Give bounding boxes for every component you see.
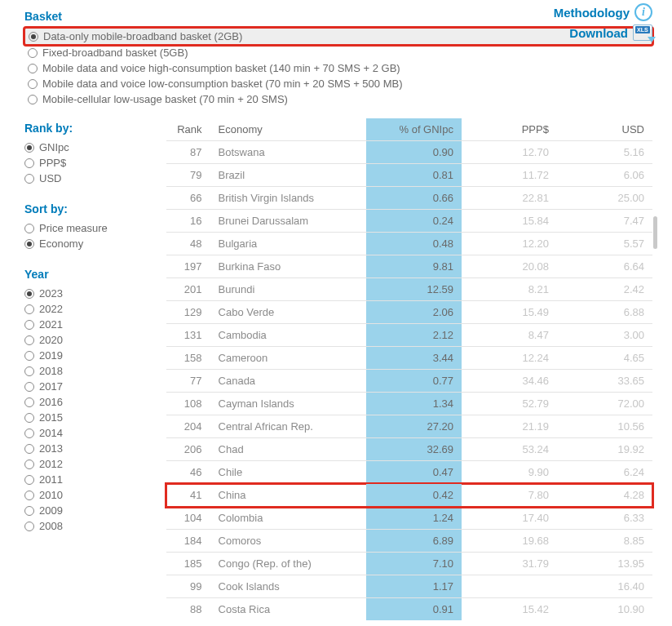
cell-usd: 6.64 (557, 255, 652, 278)
table-row[interactable]: 87Botswana0.9012.705.16 (166, 141, 652, 164)
year-option[interactable]: 2019 (24, 348, 147, 363)
year-option[interactable]: 2023 (24, 286, 147, 301)
table-row[interactable]: 206Chad32.6953.2419.92 (166, 438, 652, 461)
rank-by-label: USD (39, 172, 61, 184)
col-rank[interactable]: Rank (166, 118, 210, 141)
download-link[interactable]: Download XLS (569, 24, 652, 41)
table-row[interactable]: 158Cameroon3.4412.244.65 (166, 347, 652, 370)
table-row[interactable]: 77Canada0.7734.4633.65 (166, 370, 652, 393)
table-row[interactable]: 197Burkina Faso9.8120.086.64 (166, 255, 652, 278)
basket-option[interactable]: Mobile data and voice high-consumption b… (24, 60, 652, 76)
year-option[interactable]: 2011 (24, 472, 147, 487)
info-icon: i (634, 3, 652, 21)
cell-economy: Congo (Rep. of the) (210, 553, 366, 575)
cell-gni: 2.12 (366, 324, 462, 347)
year-option[interactable]: 2017 (24, 379, 147, 394)
cell-ppp: 22.81 (462, 187, 557, 210)
sort-by-option[interactable]: Economy (24, 236, 147, 251)
year-option[interactable]: 2021 (24, 317, 147, 332)
year-option[interactable]: 2010 (24, 487, 147, 503)
year-option[interactable]: 2008 (24, 518, 147, 534)
scrollbar-thumb[interactable] (653, 216, 657, 249)
cell-gni: 27.20 (366, 415, 462, 438)
cell-ppp: 15.42 (462, 598, 557, 621)
table-row[interactable]: 66British Virgin Islands0.6622.8125.00 (166, 187, 652, 210)
cell-economy: China (210, 484, 366, 507)
year-option[interactable]: 2020 (24, 332, 147, 348)
radio-icon (24, 158, 34, 168)
radio-icon (28, 48, 38, 58)
cell-usd: 6.88 (557, 301, 652, 324)
basket-option[interactable]: Mobile data and voice low-consumption ba… (24, 76, 652, 91)
radio-icon (24, 143, 34, 153)
cell-rank: 131 (166, 324, 210, 347)
table-row[interactable]: 131Cambodia2.128.473.00 (166, 324, 652, 347)
cell-gni: 0.91 (366, 598, 462, 621)
radio-icon (24, 289, 34, 299)
table-row[interactable]: 129Cabo Verde2.0615.496.88 (166, 301, 652, 324)
methodology-link[interactable]: Methodology i (554, 3, 652, 21)
radio-icon (24, 335, 34, 345)
cell-economy: Canada (210, 370, 366, 393)
year-option[interactable]: 2009 (24, 503, 147, 518)
table-row[interactable]: 41China0.427.804.28 (166, 484, 652, 507)
sort-by-option[interactable]: Price measure (24, 220, 147, 236)
radio-icon (24, 413, 34, 423)
cell-economy: Botswana (210, 141, 366, 164)
year-label: 2023 (39, 287, 63, 300)
basket-label: Mobile data and voice high-consumption b… (42, 62, 400, 74)
cell-gni: 0.66 (366, 187, 462, 210)
table-row[interactable]: 16Brunei Darussalam0.2415.847.47 (166, 210, 652, 233)
cell-usd: 5.16 (557, 141, 652, 164)
cell-ppp: 52.79 (462, 393, 557, 415)
table-row[interactable]: 46Chile0.479.906.24 (166, 461, 652, 484)
rank-by-option[interactable]: USD (24, 171, 147, 186)
table-row[interactable]: 104Colombia1.2417.406.33 (166, 507, 652, 530)
col-ppp[interactable]: PPP$ (462, 118, 557, 141)
cell-gni: 0.24 (366, 210, 462, 233)
radio-icon (24, 460, 34, 469)
year-option[interactable]: 2016 (24, 394, 147, 410)
basket-label: Mobile data and voice low-consumption ba… (42, 78, 403, 90)
rank-by-option[interactable]: GNIpc (24, 140, 147, 155)
radio-icon (28, 64, 38, 73)
table-row[interactable]: 48Bulgaria0.4812.205.57 (166, 233, 652, 255)
cell-economy: Costa Rica (210, 598, 366, 621)
year-option[interactable]: 2012 (24, 456, 147, 472)
col-gni[interactable]: % of GNIpc (366, 118, 462, 141)
cell-gni: 1.17 (366, 575, 462, 598)
basket-label: Mobile-cellular low-usage basket (70 min… (42, 93, 288, 105)
sort-by-options: Price measureEconomy (24, 220, 147, 251)
year-option[interactable]: 2022 (24, 301, 147, 317)
table-row[interactable]: 185Congo (Rep. of the)7.1031.7913.95 (166, 553, 652, 575)
year-option[interactable]: 2015 (24, 410, 147, 425)
year-option[interactable]: 2018 (24, 363, 147, 379)
col-economy[interactable]: Economy (210, 118, 366, 141)
cell-usd: 6.24 (557, 461, 652, 484)
radio-icon (24, 491, 34, 500)
cell-economy: British Virgin Islands (210, 187, 366, 210)
rank-by-label: PPP$ (39, 157, 66, 169)
radio-icon (29, 32, 38, 42)
cell-gni: 32.69 (366, 438, 462, 461)
col-usd[interactable]: USD (557, 118, 652, 141)
table-row[interactable]: 88Costa Rica0.9115.4210.90 (166, 598, 652, 621)
table-row[interactable]: 108Cayman Islands1.3452.7972.00 (166, 393, 652, 415)
year-option[interactable]: 2014 (24, 425, 147, 441)
rank-by-option[interactable]: PPP$ (24, 155, 147, 171)
table-row[interactable]: 204Central African Rep.27.2021.1910.56 (166, 415, 652, 438)
table-row[interactable]: 184Comoros6.8919.688.85 (166, 530, 652, 553)
cell-rank: 206 (166, 438, 210, 461)
table-row[interactable]: 79Brazil0.8111.726.06 (166, 164, 652, 187)
rank-by-options: GNIpcPPP$USD (24, 140, 147, 186)
table-row[interactable]: 99Cook Islands1.1716.40 (166, 575, 652, 598)
basket-option[interactable]: Mobile-cellular low-usage basket (70 min… (24, 91, 652, 107)
cell-rank: 88 (166, 598, 210, 621)
cell-gni: 6.89 (366, 530, 462, 553)
basket-option[interactable]: Fixed-broadband basket (5GB) (24, 45, 652, 60)
cell-ppp: 20.08 (462, 255, 557, 278)
year-option[interactable]: 2013 (24, 441, 147, 456)
cell-ppp: 15.49 (462, 301, 557, 324)
year-label: 2022 (39, 303, 63, 315)
table-row[interactable]: 201Burundi12.598.212.42 (166, 278, 652, 301)
